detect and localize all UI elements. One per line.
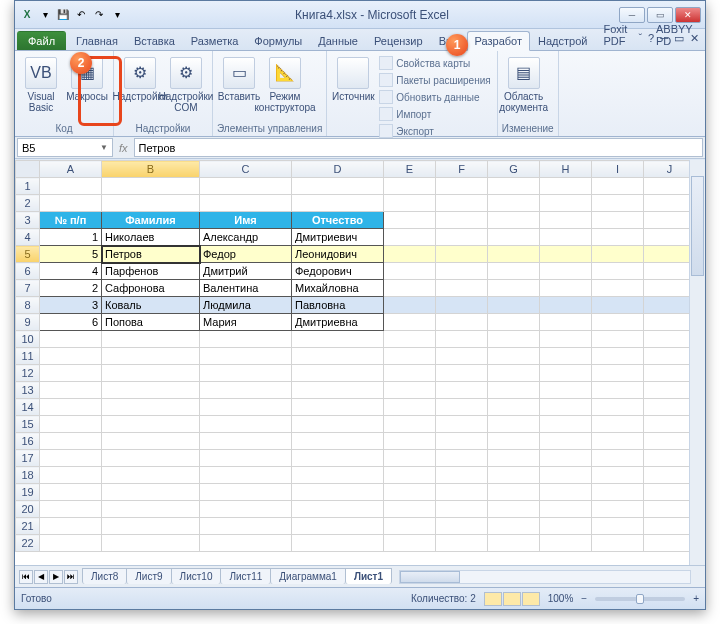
cell-H14[interactable] xyxy=(540,399,592,416)
cell-D18[interactable] xyxy=(292,467,384,484)
cell-I20[interactable] xyxy=(592,501,644,518)
cell-J4[interactable] xyxy=(644,229,696,246)
cell-B9[interactable]: Попова xyxy=(102,314,200,331)
zoom-out-icon[interactable]: − xyxy=(581,593,587,604)
cell-A15[interactable] xyxy=(40,416,102,433)
cell-G12[interactable] xyxy=(488,365,540,382)
visual-basic-button[interactable]: VBVisual Basic xyxy=(19,55,63,115)
row-header-10[interactable]: 10 xyxy=(16,331,40,348)
cell-B5[interactable]: Петров xyxy=(102,246,200,263)
cell-D17[interactable] xyxy=(292,450,384,467)
row-header-4[interactable]: 4 xyxy=(16,229,40,246)
cell-J17[interactable] xyxy=(644,450,696,467)
sheet-tab[interactable]: Лист9 xyxy=(126,568,171,584)
cell-J1[interactable] xyxy=(644,178,696,195)
cell-B18[interactable] xyxy=(102,467,200,484)
cell-H7[interactable] xyxy=(540,280,592,297)
cell-G8[interactable] xyxy=(488,297,540,314)
sheet-tab[interactable]: Лист11 xyxy=(220,568,271,584)
cell-G4[interactable] xyxy=(488,229,540,246)
cell-B16[interactable] xyxy=(102,433,200,450)
row-header-3[interactable]: 3 xyxy=(16,212,40,229)
cell-J12[interactable] xyxy=(644,365,696,382)
cell-I11[interactable] xyxy=(592,348,644,365)
cell-B8[interactable]: Коваль xyxy=(102,297,200,314)
cell-E15[interactable] xyxy=(384,416,436,433)
cell-D15[interactable] xyxy=(292,416,384,433)
cell-H16[interactable] xyxy=(540,433,592,450)
zoom-in-icon[interactable]: + xyxy=(693,593,699,604)
col-header-F[interactable]: F xyxy=(436,161,488,178)
cell-B14[interactable] xyxy=(102,399,200,416)
cell-F10[interactable] xyxy=(436,331,488,348)
cell-A11[interactable] xyxy=(40,348,102,365)
cell-B20[interactable] xyxy=(102,501,200,518)
cell-J5[interactable] xyxy=(644,246,696,263)
cell-G17[interactable] xyxy=(488,450,540,467)
cell-C22[interactable] xyxy=(200,535,292,552)
cell-A21[interactable] xyxy=(40,518,102,535)
cell-E19[interactable] xyxy=(384,484,436,501)
cell-C1[interactable] xyxy=(200,178,292,195)
cell-F13[interactable] xyxy=(436,382,488,399)
cell-E22[interactable] xyxy=(384,535,436,552)
cell-E6[interactable] xyxy=(384,263,436,280)
row-header-14[interactable]: 14 xyxy=(16,399,40,416)
cell-H2[interactable] xyxy=(540,195,592,212)
row-header-17[interactable]: 17 xyxy=(16,450,40,467)
redo-icon[interactable]: ↷ xyxy=(91,7,107,23)
cell-H17[interactable] xyxy=(540,450,592,467)
cell-D6[interactable]: Федорович xyxy=(292,263,384,280)
cell-J20[interactable] xyxy=(644,501,696,518)
cell-C2[interactable] xyxy=(200,195,292,212)
cell-I10[interactable] xyxy=(592,331,644,348)
cell-F12[interactable] xyxy=(436,365,488,382)
cell-E2[interactable] xyxy=(384,195,436,212)
sheet-nav-next-icon[interactable]: ▶ xyxy=(49,570,63,584)
row-header-12[interactable]: 12 xyxy=(16,365,40,382)
cell-G15[interactable] xyxy=(488,416,540,433)
cell-A6[interactable]: 4 xyxy=(40,263,102,280)
row-header-9[interactable]: 9 xyxy=(16,314,40,331)
cell-I1[interactable] xyxy=(592,178,644,195)
cell-B3[interactable]: Фамилия xyxy=(102,212,200,229)
source-button[interactable]: Источник xyxy=(331,55,375,104)
cell-B19[interactable] xyxy=(102,484,200,501)
cell-H11[interactable] xyxy=(540,348,592,365)
cell-J15[interactable] xyxy=(644,416,696,433)
col-header-I[interactable]: I xyxy=(592,161,644,178)
cell-D22[interactable] xyxy=(292,535,384,552)
cell-G20[interactable] xyxy=(488,501,540,518)
cell-G16[interactable] xyxy=(488,433,540,450)
help-icon[interactable]: ? xyxy=(648,32,654,45)
cell-F8[interactable] xyxy=(436,297,488,314)
row-header-7[interactable]: 7 xyxy=(16,280,40,297)
cell-G9[interactable] xyxy=(488,314,540,331)
cell-C4[interactable]: Александр xyxy=(200,229,292,246)
cell-C9[interactable]: Мария xyxy=(200,314,292,331)
cell-H1[interactable] xyxy=(540,178,592,195)
cell-E5[interactable] xyxy=(384,246,436,263)
cell-G7[interactable] xyxy=(488,280,540,297)
cell-I5[interactable] xyxy=(592,246,644,263)
addins-button[interactable]: ⚙Надстройки xyxy=(118,55,162,104)
cell-D7[interactable]: Михайловна xyxy=(292,280,384,297)
cell-I3[interactable] xyxy=(592,212,644,229)
cell-A14[interactable] xyxy=(40,399,102,416)
row-header-19[interactable]: 19 xyxy=(16,484,40,501)
cell-J2[interactable] xyxy=(644,195,696,212)
cell-E10[interactable] xyxy=(384,331,436,348)
cell-C12[interactable] xyxy=(200,365,292,382)
row-header-18[interactable]: 18 xyxy=(16,467,40,484)
cell-F14[interactable] xyxy=(436,399,488,416)
col-header-A[interactable]: A xyxy=(40,161,102,178)
cell-A1[interactable] xyxy=(40,178,102,195)
cell-C19[interactable] xyxy=(200,484,292,501)
sheet-nav-first-icon[interactable]: ⏮ xyxy=(19,570,33,584)
doc-close-icon[interactable]: ✕ xyxy=(690,32,699,45)
cell-E8[interactable] xyxy=(384,297,436,314)
col-header-D[interactable]: D xyxy=(292,161,384,178)
cell-D13[interactable] xyxy=(292,382,384,399)
cell-J10[interactable] xyxy=(644,331,696,348)
cell-F21[interactable] xyxy=(436,518,488,535)
